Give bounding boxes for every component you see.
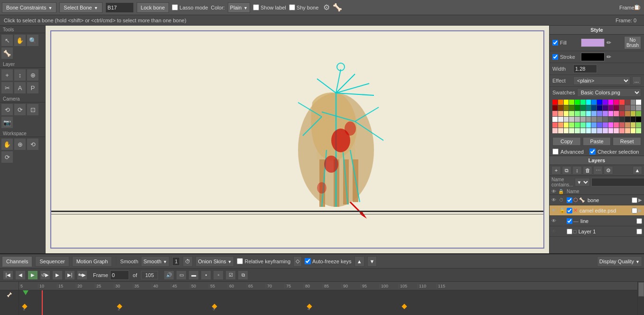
color-cell[interactable]: [586, 117, 591, 122]
sequencer-tab[interactable]: Sequencer: [35, 256, 69, 267]
color-cell[interactable]: [631, 111, 636, 116]
tool-hand[interactable]: ✋: [14, 34, 26, 46]
color-cell[interactable]: [575, 128, 580, 133]
timeline-scrollbar[interactable]: [637, 282, 644, 315]
color-cell[interactable]: [558, 128, 563, 133]
color-cell[interactable]: [586, 111, 591, 116]
color-cell[interactable]: [631, 117, 636, 122]
no-brush-btn[interactable]: NoBrush: [624, 36, 641, 49]
color-cell[interactable]: [591, 105, 597, 111]
keyframe-4[interactable]: [401, 304, 407, 309]
color-cell[interactable]: [636, 122, 641, 128]
color-cell[interactable]: [591, 128, 597, 133]
color-cell[interactable]: [564, 122, 569, 128]
color-cell[interactable]: [608, 105, 614, 111]
smooth-dropdown[interactable]: Smooth: [141, 256, 169, 267]
layer-eye-camel[interactable]: 👁: [551, 208, 558, 213]
camera-snap[interactable]: 📷: [1, 116, 13, 129]
bounce-btn[interactable]: ⇆▶: [77, 270, 87, 280]
layer-item-line[interactable]: 👁 — line: [550, 216, 644, 226]
color-cell[interactable]: [569, 105, 574, 111]
layers-settings-btn[interactable]: ⚙: [604, 166, 613, 175]
color-cell[interactable]: [631, 100, 636, 105]
color-cell[interactable]: [625, 128, 630, 133]
name-filter-input[interactable]: [591, 178, 644, 186]
color-cell[interactable]: [591, 117, 597, 122]
color-cell[interactable]: [597, 105, 602, 111]
color-cell[interactable]: [603, 100, 608, 105]
color-cell[interactable]: [636, 105, 641, 111]
color-cell[interactable]: [614, 100, 619, 105]
layer-checkbox-camel[interactable]: [632, 208, 637, 213]
ws-redo[interactable]: ⟳: [1, 151, 13, 163]
color-cell[interactable]: [614, 105, 619, 111]
advanced-checkbox[interactable]: [552, 148, 559, 155]
color-cell[interactable]: [603, 117, 608, 122]
lock-bone-btn[interactable]: Lock bone: [137, 2, 169, 13]
layers-more-btn[interactable]: ⋯: [593, 166, 603, 175]
color-cell[interactable]: [575, 111, 580, 116]
show-label-checkbox[interactable]: [253, 4, 259, 10]
color-cell[interactable]: [564, 128, 569, 133]
color-cell[interactable]: [614, 117, 619, 122]
color-cell[interactable]: [552, 122, 558, 128]
color-cell[interactable]: [636, 111, 641, 116]
color-cell[interactable]: [625, 105, 630, 111]
color-cell[interactable]: [564, 100, 569, 105]
color-cell[interactable]: [619, 128, 625, 133]
color-cell[interactable]: [636, 100, 641, 105]
ws-undo[interactable]: ⟲: [27, 138, 39, 150]
motion-graph-tab[interactable]: Motion Graph: [72, 256, 112, 267]
color-cell[interactable]: [619, 122, 625, 128]
color-cell[interactable]: [569, 117, 574, 122]
stroke-edit-icon[interactable]: ✏: [607, 54, 611, 60]
color-cell[interactable]: [552, 117, 558, 122]
layers-duplicate-btn[interactable]: ⧉: [562, 166, 571, 175]
view-btn5[interactable]: ☑: [225, 270, 236, 280]
color-cell[interactable]: [580, 105, 586, 111]
view-btn1[interactable]: ▭: [176, 270, 187, 280]
layer-vis-bone[interactable]: [567, 197, 572, 203]
color-cell[interactable]: [597, 117, 602, 122]
effect-dropdown[interactable]: <plain>: [573, 76, 630, 85]
fill-edit-icon[interactable]: ✏: [607, 39, 611, 46]
color-cell[interactable]: [636, 128, 641, 133]
arrow-down-btn[interactable]: ▼: [367, 256, 377, 267]
color-cell[interactable]: [625, 117, 630, 122]
play-btn[interactable]: ▶: [28, 270, 38, 280]
view-btn6[interactable]: ⧉: [238, 270, 248, 280]
color-cell[interactable]: [597, 100, 602, 105]
interp-icon[interactable]: ⏱: [183, 256, 193, 267]
frame-input[interactable]: [110, 270, 129, 280]
color-cell[interactable]: [558, 122, 563, 128]
tool-zoom[interactable]: 🔍: [27, 34, 39, 46]
stroke-checkbox[interactable]: [552, 54, 558, 60]
color-cell[interactable]: [569, 111, 574, 116]
color-cell[interactable]: [586, 122, 591, 128]
color-cell[interactable]: [586, 105, 591, 111]
layers-move-btn[interactable]: ↕: [572, 166, 582, 175]
color-cell[interactable]: [580, 100, 586, 105]
color-cell[interactable]: [614, 122, 619, 128]
paste-btn[interactable]: Paste: [583, 137, 611, 146]
color-cell[interactable]: [619, 111, 625, 116]
color-cell[interactable]: [564, 111, 569, 116]
layer-vis-line[interactable]: [567, 218, 572, 224]
color-cell[interactable]: [580, 128, 586, 133]
color-cell[interactable]: [552, 100, 558, 105]
lasso-mode-checkbox[interactable]: [172, 4, 178, 10]
fill-checkbox[interactable]: [552, 40, 558, 46]
color-cell[interactable]: [625, 100, 630, 105]
layer-eye-line[interactable]: 👁: [551, 218, 558, 223]
ws-zoom-in[interactable]: ⊕: [14, 138, 26, 150]
color-cell[interactable]: [603, 105, 608, 111]
color-cell[interactable]: [591, 100, 597, 105]
color-cell[interactable]: [552, 105, 558, 111]
go-end-btn[interactable]: ▶|: [65, 270, 75, 280]
ws-hand[interactable]: ✋: [1, 138, 13, 150]
color-cell[interactable]: [580, 111, 586, 116]
color-cell[interactable]: [625, 122, 630, 128]
fill-color-swatch[interactable]: [581, 38, 605, 47]
layer-vis-layer1[interactable]: [567, 229, 572, 234]
effect-more-btn[interactable]: ...: [632, 76, 641, 85]
